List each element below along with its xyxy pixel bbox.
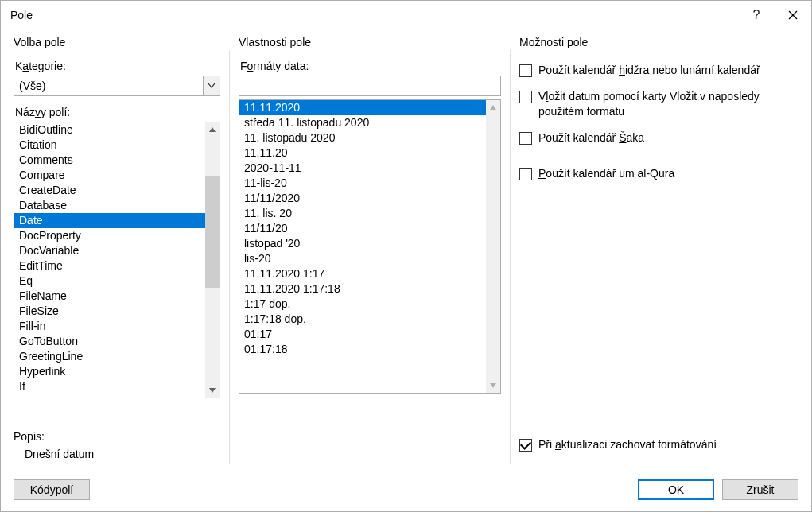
list-item[interactable]: Compare <box>14 168 205 183</box>
section-header-right: Možnosti pole <box>519 36 798 48</box>
list-item[interactable]: DocProperty <box>14 228 205 243</box>
option-insert-label: Vložit datum pomocí karty Vložit v napos… <box>538 89 798 119</box>
list-item[interactable]: Date <box>14 213 205 228</box>
list-item[interactable]: lis-20 <box>239 251 486 266</box>
list-item[interactable]: GreetingLine <box>14 349 205 364</box>
category-label: Kategorie: <box>15 60 220 72</box>
field-codes-button[interactable]: Kódy polí <box>14 479 90 500</box>
divider <box>229 50 230 464</box>
fieldnames-listbox[interactable]: BidiOutlineCitationCommentsCompareCreate… <box>14 122 220 398</box>
checkbox-icon <box>519 91 532 103</box>
checkbox-icon <box>519 64 532 77</box>
cancel-button[interactable]: Zrušit <box>722 479 798 500</box>
list-item[interactable]: 11.11.2020 1:17 <box>239 266 486 281</box>
formats-listbox[interactable]: 11.11.2020středa 11. listopadu 202011. l… <box>239 99 501 394</box>
description: Popis: Dnešní datum <box>14 430 94 460</box>
close-button[interactable] <box>775 1 811 29</box>
list-item[interactable]: 11/11/2020 <box>239 191 486 206</box>
option-hijri-label: Použít kalendář hidžra nebo lunární kale… <box>538 63 760 78</box>
list-item[interactable]: Eq <box>14 273 205 289</box>
list-item[interactable]: FileSize <box>14 304 205 319</box>
list-item[interactable]: 1:17:18 dop. <box>239 312 486 327</box>
window-title: Pole <box>10 9 33 21</box>
checkbox-icon <box>519 168 532 180</box>
list-item[interactable]: CreateDate <box>14 183 205 198</box>
checkbox-checked-icon <box>519 439 532 452</box>
scroll-track[interactable] <box>486 114 500 378</box>
section-field-choice: Volba pole Kategorie: (Vše) Názvy polí: … <box>14 36 220 464</box>
scroll-up-button[interactable] <box>486 100 500 114</box>
chevron-down-icon <box>490 383 496 388</box>
svg-marker-3 <box>209 388 216 393</box>
list-item[interactable]: FileName <box>14 289 205 304</box>
section-header-left: Volba pole <box>14 36 220 48</box>
option-umalqura-label: Použít kalendář um al-Qura <box>538 166 674 181</box>
list-item[interactable]: 1:17 dop. <box>239 297 486 312</box>
scroll-thumb[interactable] <box>205 176 220 288</box>
close-icon <box>788 10 798 20</box>
option-umalqura[interactable]: Použít kalendář um al-Qura <box>519 166 798 181</box>
svg-marker-4 <box>490 105 496 110</box>
divider <box>510 50 511 464</box>
list-item[interactable]: 11/11/20 <box>239 221 486 236</box>
description-title: Popis: <box>14 430 94 443</box>
list-item[interactable]: listopad '20 <box>239 236 486 251</box>
option-hijri[interactable]: Použít kalendář hidžra nebo lunární kale… <box>519 63 798 78</box>
category-value: (Vše) <box>14 76 203 95</box>
list-item[interactable]: 01:17:18 <box>239 342 486 357</box>
formats-label: Formáty data: <box>240 60 501 72</box>
option-preserve-formatting[interactable]: Při aktualizaci zachovat formátování <box>519 437 798 452</box>
checkbox-icon <box>519 132 532 145</box>
chevron-up-icon <box>209 127 216 132</box>
section-field-properties: Vlastnosti pole Formáty data: 11.11.2020… <box>239 36 501 464</box>
list-item[interactable]: DocVariable <box>14 243 205 258</box>
list-item[interactable]: 2020-11-11 <box>239 161 486 176</box>
section-header-mid: Vlastnosti pole <box>239 36 501 48</box>
list-item[interactable]: 11.11.2020 1:17:18 <box>239 281 486 297</box>
list-item[interactable]: 11.11.20 <box>239 145 486 161</box>
category-dropdown-button[interactable] <box>203 76 220 95</box>
list-item[interactable]: Comments <box>14 153 205 168</box>
list-item[interactable]: Hyperlink <box>14 364 205 379</box>
option-preserve-label: Při aktualizaci zachovat formátování <box>538 437 717 452</box>
list-item[interactable]: GoToButton <box>14 334 205 349</box>
svg-marker-2 <box>209 127 216 132</box>
list-item[interactable]: 11-lis-20 <box>239 176 486 191</box>
list-item[interactable]: Citation <box>14 138 205 153</box>
fieldnames-scrollbar[interactable] <box>205 122 220 398</box>
option-saka-label: Použít kalendář Šaka <box>538 130 644 145</box>
option-saka[interactable]: Použít kalendář Šaka <box>519 130 798 145</box>
chevron-down-icon <box>209 388 216 393</box>
scroll-down-button[interactable] <box>205 383 220 398</box>
list-item[interactable]: středa 11. listopadu 2020 <box>239 115 486 130</box>
section-field-options: Možnosti pole Použít kalendář hidžra neb… <box>519 36 798 464</box>
list-item[interactable]: 11.11.2020 <box>239 100 486 115</box>
help-button[interactable]: ? <box>738 1 775 29</box>
list-item[interactable]: 11. lis. 20 <box>239 206 486 221</box>
titlebar: Pole ? <box>1 1 811 29</box>
list-item[interactable]: EditTime <box>14 258 205 273</box>
list-item[interactable]: If <box>14 379 205 394</box>
chevron-up-icon <box>490 105 496 110</box>
formats-scrollbar[interactable] <box>486 100 500 393</box>
scroll-down-button[interactable] <box>486 378 500 393</box>
list-item[interactable]: 01:17 <box>239 327 486 342</box>
chevron-down-icon <box>208 83 215 88</box>
list-item[interactable]: BidiOutline <box>14 122 205 138</box>
category-combobox[interactable]: (Vše) <box>14 76 220 96</box>
scroll-up-button[interactable] <box>205 122 220 137</box>
svg-marker-5 <box>490 383 496 388</box>
list-item[interactable]: Fill-in <box>14 319 205 334</box>
list-item[interactable]: Database <box>14 198 205 213</box>
format-input[interactable] <box>239 76 501 96</box>
fieldnames-label: Názvy polí: <box>15 106 220 118</box>
list-item[interactable]: 11. listopadu 2020 <box>239 130 486 145</box>
ok-button[interactable]: OK <box>638 479 714 500</box>
option-insert[interactable]: Vložit datum pomocí karty Vložit v napos… <box>519 89 798 119</box>
description-text: Dnešní datum <box>25 448 94 460</box>
scroll-track[interactable] <box>205 137 220 383</box>
